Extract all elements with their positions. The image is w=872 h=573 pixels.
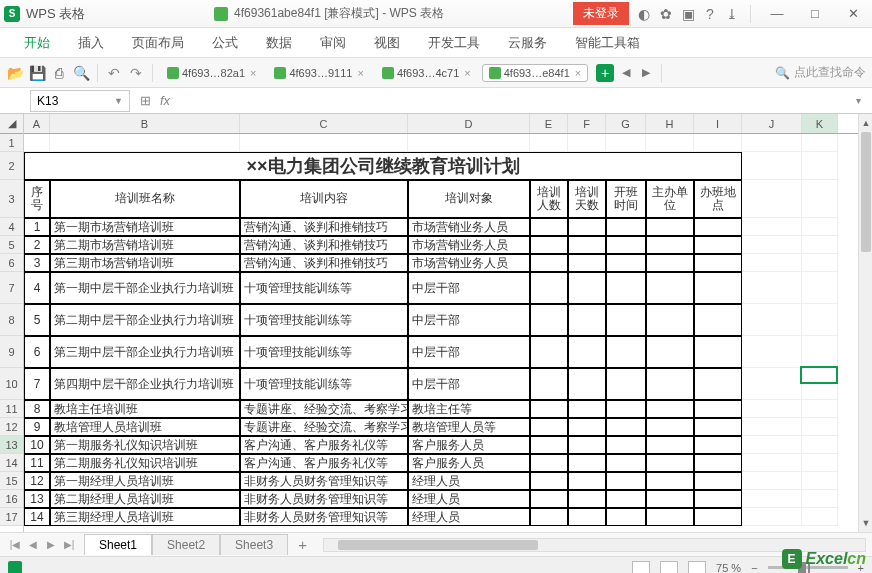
table-cell[interactable] [568,236,606,254]
row-header-8[interactable]: 8 [0,304,23,336]
table-cell[interactable] [530,304,568,336]
table-cell[interactable] [606,336,646,368]
cell[interactable] [694,134,742,152]
sheet-next-icon[interactable]: ▶ [44,539,58,550]
table-cell[interactable]: 十项管理技能训练等 [240,272,408,304]
col-header-G[interactable]: G [606,114,646,133]
col-header-F[interactable]: F [568,114,606,133]
cell[interactable] [742,152,802,180]
save-icon[interactable]: 💾 [28,64,46,82]
table-cell[interactable] [568,508,606,526]
menu-dev[interactable]: 开发工具 [414,28,494,58]
table-cell[interactable]: 13 [24,490,50,508]
table-cell[interactable] [606,236,646,254]
table-cell[interactable]: 经理人员 [408,490,530,508]
table-header[interactable]: 序号 [24,180,50,218]
tab-prev-icon[interactable]: ◀ [618,65,634,81]
table-cell[interactable] [530,418,568,436]
table-cell[interactable]: 第一期市场营销培训班 [50,218,240,236]
open-icon[interactable]: 📂 [6,64,24,82]
table-cell[interactable]: 市场营销业务人员 [408,218,530,236]
row-header-3[interactable]: 3 [0,180,23,218]
table-cell[interactable]: 非财务人员财务管理知识等 [240,472,408,490]
table-cell[interactable] [568,418,606,436]
table-cell[interactable] [646,490,694,508]
table-cell[interactable]: 教培主任培训班 [50,400,240,418]
table-header[interactable]: 开班时间 [606,180,646,218]
spreadsheet-grid[interactable]: ◢ 1234567891011121314151617 ABCDEFGHIJK … [0,114,872,532]
cell[interactable] [742,418,802,436]
scroll-down-icon[interactable]: ▼ [859,516,872,530]
table-cell[interactable]: 教培管理人员等 [408,418,530,436]
table-cell[interactable] [530,508,568,526]
table-cell[interactable] [568,368,606,400]
table-cell[interactable]: 客户服务人员 [408,454,530,472]
cell[interactable] [802,400,838,418]
table-cell[interactable]: 7 [24,368,50,400]
cell[interactable] [742,472,802,490]
table-cell[interactable] [646,254,694,272]
doc-tab-0[interactable]: 4f693…82a1× [160,64,263,82]
login-badge[interactable]: 未登录 [573,2,629,25]
cell[interactable] [802,508,838,526]
table-cell[interactable] [530,400,568,418]
table-cell[interactable] [606,304,646,336]
table-cell[interactable] [646,508,694,526]
table-cell[interactable] [530,254,568,272]
doc-heading[interactable]: ××电力集团公司继续教育培训计划 [24,152,742,180]
table-header[interactable]: 办班地点 [694,180,742,218]
cell[interactable] [606,134,646,152]
cell[interactable] [802,134,838,152]
cell[interactable] [802,336,838,368]
table-cell[interactable]: 客户沟通、客户服务礼仪等 [240,436,408,454]
row-header-14[interactable]: 14 [0,454,23,472]
cell[interactable] [742,436,802,454]
table-cell[interactable] [606,472,646,490]
col-header-K[interactable]: K [802,114,838,133]
table-cell[interactable]: 3 [24,254,50,272]
table-cell[interactable] [606,218,646,236]
table-cell[interactable]: 9 [24,418,50,436]
cell[interactable] [742,368,802,400]
menu-data[interactable]: 数据 [252,28,306,58]
table-header[interactable]: 培训班名称 [50,180,240,218]
table-cell[interactable]: 6 [24,336,50,368]
table-cell[interactable] [568,454,606,472]
row-header-1[interactable]: 1 [0,134,23,152]
name-box[interactable]: K13 ▼ [30,90,130,112]
undo-icon[interactable]: ↶ [105,64,123,82]
table-cell[interactable]: 第二期中层干部企业执行力培训班 [50,304,240,336]
cell[interactable] [802,418,838,436]
table-cell[interactable]: 中层干部 [408,304,530,336]
fx-label[interactable]: fx [160,93,170,108]
doc-tab-1[interactable]: 4f693…9111× [267,64,370,82]
cell[interactable] [802,368,838,400]
maximize-button[interactable]: □ [800,4,830,24]
row-header-10[interactable]: 10 [0,368,23,400]
table-cell[interactable]: 教培主任等 [408,400,530,418]
row-header-16[interactable]: 16 [0,490,23,508]
table-cell[interactable]: 第一期中层干部企业执行力培训班 [50,272,240,304]
sheet-prev-icon[interactable]: ◀ [26,539,40,550]
menu-layout[interactable]: 页面布局 [118,28,198,58]
sheet-last-icon[interactable]: ▶| [62,539,76,550]
select-all-corner[interactable]: ◢ [0,114,23,134]
cell[interactable] [24,134,50,152]
table-header[interactable]: 培训对象 [408,180,530,218]
col-header-H[interactable]: H [646,114,694,133]
col-header-C[interactable]: C [240,114,408,133]
table-cell[interactable] [530,336,568,368]
table-cell[interactable] [568,490,606,508]
menu-cloud[interactable]: 云服务 [494,28,561,58]
table-cell[interactable] [568,304,606,336]
scroll-thumb[interactable] [861,132,871,252]
row-header-11[interactable]: 11 [0,400,23,418]
cell[interactable] [742,134,802,152]
table-cell[interactable]: 2 [24,236,50,254]
table-cell[interactable] [694,508,742,526]
new-tab-button[interactable]: + [596,64,614,82]
table-cell[interactable] [694,472,742,490]
table-cell[interactable] [646,236,694,254]
cell[interactable] [802,236,838,254]
sheet-tab-1[interactable]: Sheet1 [84,534,152,555]
